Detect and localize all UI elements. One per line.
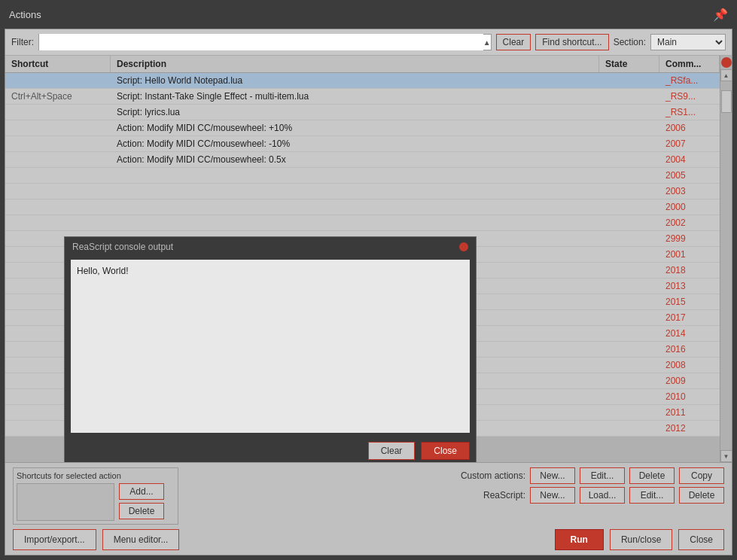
td-description: Script: Hello World Notepad.lua bbox=[111, 73, 599, 88]
menu-editor-button[interactable]: Menu editor... bbox=[102, 529, 180, 550]
sort-arrow-icon: ▲ bbox=[483, 38, 491, 47]
td-state bbox=[599, 215, 659, 230]
td-description: Action: Modify MIDI CC/mousewheel: -10% bbox=[111, 136, 599, 151]
main-window: Filter: ▲ Clear Find shortcut... Section… bbox=[5, 29, 732, 555]
td-description bbox=[111, 168, 599, 183]
import-export-button[interactable]: Import/export... bbox=[13, 529, 96, 550]
table-row[interactable]: Action: Modify MIDI CC/mousewheel: +10% … bbox=[5, 120, 720, 136]
custom-actions-label: Custom actions: bbox=[443, 470, 525, 481]
td-comm: 2009 bbox=[659, 373, 720, 388]
console-clear-button[interactable]: Clear bbox=[368, 442, 416, 460]
td-comm: 2005 bbox=[659, 168, 720, 183]
bottom-right: Custom actions: New... Edit... Delete Co… bbox=[186, 467, 724, 504]
td-comm: _RS9... bbox=[659, 89, 720, 104]
section-select[interactable]: Main bbox=[650, 34, 726, 50]
console-buttons: Clear Close bbox=[65, 436, 476, 462]
td-description bbox=[111, 199, 599, 215]
td-comm: 2015 bbox=[659, 294, 720, 309]
td-comm: 2999 bbox=[659, 231, 720, 246]
reascript-new-button[interactable]: New... bbox=[530, 487, 575, 504]
td-comm: 2001 bbox=[659, 247, 720, 262]
custom-actions-copy-button[interactable]: Copy bbox=[679, 467, 724, 484]
td-comm: 2017 bbox=[659, 310, 720, 325]
td-state bbox=[599, 263, 659, 278]
td-description bbox=[111, 184, 599, 199]
close-button[interactable]: Close bbox=[678, 529, 724, 550]
title-bar: Actions 📌 bbox=[0, 0, 737, 29]
scrollbar-track[interactable] bbox=[721, 83, 732, 449]
table-row[interactable]: 2000 bbox=[5, 199, 720, 215]
td-state bbox=[599, 247, 659, 262]
td-shortcut bbox=[5, 73, 111, 88]
td-comm: 2018 bbox=[659, 263, 720, 278]
td-comm: 2004 bbox=[659, 152, 720, 167]
td-state bbox=[599, 89, 659, 104]
custom-actions-edit-button[interactable]: Edit... bbox=[580, 467, 625, 484]
reascript-edit-button[interactable]: Edit... bbox=[629, 487, 675, 504]
run-close-button[interactable]: Run/close bbox=[610, 529, 672, 550]
section-label: Section: bbox=[614, 37, 646, 47]
td-state bbox=[599, 421, 659, 436]
console-close-button[interactable]: Close bbox=[421, 442, 470, 460]
reascript-load-button[interactable]: Load... bbox=[580, 487, 625, 504]
table-row[interactable]: 2005 bbox=[5, 168, 720, 184]
scrollbar-thumb[interactable] bbox=[721, 90, 732, 113]
td-state bbox=[599, 342, 659, 357]
reascript-row: ReaScript: New... Load... Edit... Delete bbox=[443, 487, 724, 504]
scroll-up-arrow[interactable]: ▲ bbox=[720, 69, 732, 81]
td-comm: _RSfa... bbox=[659, 73, 720, 88]
header-comm: Comm... bbox=[659, 56, 720, 72]
reascript-label: ReaScript: bbox=[443, 490, 525, 501]
shortcut-list-inner bbox=[17, 484, 114, 487]
table-row[interactable]: Action: Modify MIDI CC/mousewheel: -10% … bbox=[5, 136, 720, 152]
bottom-right-buttons: Run Run/close Close bbox=[555, 529, 724, 550]
td-shortcut bbox=[5, 199, 111, 215]
pin-icon[interactable]: 📌 bbox=[713, 8, 728, 22]
custom-actions-new-button[interactable]: New... bbox=[530, 467, 575, 484]
td-state bbox=[599, 405, 659, 420]
table-row[interactable]: Ctrl+Alt+Space Script: Instant-Take Sing… bbox=[5, 89, 720, 105]
td-shortcut bbox=[5, 215, 111, 230]
clear-filter-button[interactable]: Clear bbox=[496, 34, 531, 50]
window-title: Actions bbox=[9, 9, 41, 20]
console-title-bar: ReaScript console output bbox=[65, 237, 476, 257]
td-description: Script: lyrics.lua bbox=[111, 105, 599, 120]
td-description: Action: Modify MIDI CC/mousewheel: +10% bbox=[111, 120, 599, 135]
filter-input[interactable] bbox=[39, 34, 483, 50]
table-row[interactable]: Action: Modify MIDI CC/mousewheel: 0.5x … bbox=[5, 152, 720, 168]
td-description bbox=[111, 215, 599, 230]
table-row[interactable]: Script: Hello World Notepad.lua _RSfa... bbox=[5, 73, 720, 89]
shortcuts-inner: Add... Delete bbox=[17, 483, 175, 521]
table-row[interactable]: Script: lyrics.lua _RS1... bbox=[5, 105, 720, 120]
td-state bbox=[599, 105, 659, 120]
td-state bbox=[599, 358, 659, 373]
table-row[interactable]: 2002 bbox=[5, 215, 720, 231]
td-shortcut bbox=[5, 105, 111, 120]
td-comm: _RS1... bbox=[659, 105, 720, 120]
td-comm: 2014 bbox=[659, 326, 720, 341]
shortcuts-group: Shortcuts for selected action Add... Del… bbox=[13, 467, 178, 525]
scroll-down-arrow[interactable]: ▼ bbox=[720, 450, 732, 462]
add-shortcut-button[interactable]: Add... bbox=[119, 483, 164, 500]
td-state bbox=[599, 373, 659, 388]
find-shortcut-button[interactable]: Find shortcut... bbox=[535, 34, 608, 50]
shortcut-list[interactable] bbox=[17, 483, 114, 521]
td-comm: 2011 bbox=[659, 405, 720, 420]
red-dot-indicator bbox=[721, 57, 732, 68]
td-state bbox=[599, 168, 659, 183]
td-state bbox=[599, 136, 659, 151]
reascript-delete-button[interactable]: Delete bbox=[679, 487, 724, 504]
header-state: State bbox=[599, 56, 659, 72]
td-state bbox=[599, 389, 659, 404]
run-button[interactable]: Run bbox=[555, 529, 604, 550]
td-comm: 2016 bbox=[659, 342, 720, 357]
td-shortcut bbox=[5, 136, 111, 151]
td-shortcut: Ctrl+Alt+Space bbox=[5, 89, 111, 104]
scrollbar[interactable]: ▲ ▼ bbox=[720, 56, 732, 462]
td-comm: 2000 bbox=[659, 199, 720, 215]
custom-actions-delete-button[interactable]: Delete bbox=[629, 467, 675, 484]
header-shortcut: Shortcut bbox=[5, 56, 111, 72]
table-row[interactable]: 2003 bbox=[5, 184, 720, 199]
delete-shortcut-button[interactable]: Delete bbox=[119, 503, 164, 519]
console-close-dot[interactable] bbox=[459, 242, 468, 251]
